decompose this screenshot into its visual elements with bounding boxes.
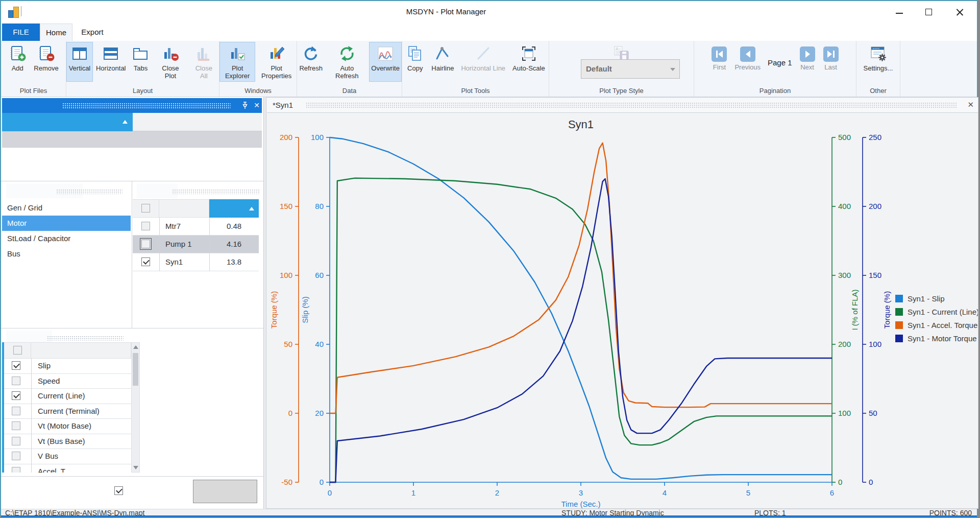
plot-type-checkbox[interactable]	[12, 391, 20, 400]
device-type-item-gen-grid[interactable]: Gen / Grid	[2, 200, 131, 216]
nav-prev-icon	[740, 46, 755, 62]
plot-explorer-header[interactable]: ✕	[2, 98, 262, 113]
select-all-checkbox[interactable]	[13, 346, 22, 355]
window-title: MSDYN - Plot Manager	[406, 7, 486, 16]
devices-header-kv[interactable]	[209, 199, 259, 218]
plot-type-checkbox[interactable]	[12, 421, 20, 430]
plot-type-checkbox[interactable]	[12, 361, 20, 370]
ribbon-group-plot-files: AddRemovePlot Files	[1, 41, 66, 97]
scroll-down-icon[interactable]	[133, 466, 138, 469]
close-plot-icon	[161, 44, 180, 63]
drag-strip[interactable]	[62, 103, 231, 109]
tick-label: 100	[280, 271, 292, 279]
chart-canvas[interactable]: Syn1200150100500-50Torque (%)10080604020…	[266, 113, 978, 508]
minimize-button[interactable]	[892, 6, 906, 18]
vertical-button[interactable]: Vertical	[66, 42, 93, 82]
plot-type-checkbox[interactable]	[12, 467, 20, 473]
plot-type-header-description[interactable]	[31, 342, 131, 359]
device-kv: 13.8	[209, 257, 259, 266]
plot-tab-label[interactable]: *Syn1	[273, 101, 293, 109]
scroll-up-icon[interactable]	[133, 345, 138, 349]
plot-type-scrollbar[interactable]	[131, 342, 140, 473]
pin-button[interactable]	[241, 101, 249, 110]
remove-button[interactable]: Remove	[31, 42, 61, 82]
horizontal-icon	[102, 44, 120, 63]
button-label: Previous	[734, 63, 761, 71]
settings-button[interactable]: Settings...	[861, 42, 896, 82]
button-label: Auto-Scale	[512, 64, 545, 72]
plot-type-row-v-bus[interactable]: V Bus	[4, 449, 131, 464]
plot-explorer-button[interactable]: Plot Explorer	[219, 42, 255, 82]
plot-button[interactable]	[193, 480, 257, 503]
plot-type-row-current-terminal[interactable]: Current (Terminal)	[4, 404, 131, 419]
device-type-item-motor[interactable]: Motor	[2, 216, 131, 231]
auto-scale-button[interactable]: Auto-Scale	[509, 42, 548, 82]
device-checkbox[interactable]	[141, 240, 150, 248]
add-button[interactable]: Add	[5, 42, 30, 82]
tab-export[interactable]: Export	[72, 23, 112, 41]
button-label: Plot Explorer	[223, 64, 252, 80]
plot-type-checkbox[interactable]	[12, 452, 20, 460]
tab-home[interactable]: Home	[40, 23, 72, 41]
device-row-mtr7[interactable]: Mtr7 0.48	[133, 218, 259, 236]
device-id: Pump 1	[165, 240, 192, 248]
menu-tab-row: FILE Home Export	[1, 23, 977, 41]
refresh-button[interactable]: Refresh	[297, 42, 325, 82]
next-button[interactable]: Next	[796, 42, 819, 82]
plot-type-label: Speed	[38, 376, 60, 385]
tabs-button[interactable]: Tabs	[129, 42, 153, 82]
maximize-button[interactable]	[922, 6, 936, 18]
tick-label: 0	[838, 478, 842, 486]
copy-button[interactable]: Copy	[403, 42, 427, 82]
device-row-pump-1[interactable]: Pump 1 4.16	[133, 236, 259, 253]
devices-header-checkbox-cell[interactable]	[133, 199, 159, 218]
column-header-created[interactable]	[133, 113, 262, 131]
plot-type-checkbox[interactable]	[12, 376, 20, 385]
overwrite-button[interactable]: Overwrite	[369, 42, 402, 82]
plot-type-row-accel-t[interactable]: Accel. T	[4, 464, 131, 473]
device-type-item-stload-capacitor[interactable]: StLoad / Capacitor	[2, 231, 131, 246]
horizontal-button[interactable]: Horizontal	[94, 42, 128, 82]
ribbon-group-plot-tools: CopyHairlineHorizontal LineAuto-ScalePlo…	[402, 41, 549, 97]
panel-close-icon[interactable]: ✕	[253, 101, 260, 109]
devices-header-id[interactable]	[159, 199, 209, 218]
plot-type-row-vt-bus-base[interactable]: Vt (Bus Base)	[4, 434, 131, 450]
scroll-thumb[interactable]	[133, 353, 138, 386]
app-icon	[8, 5, 23, 18]
left-panel-footer	[1, 477, 263, 509]
plot-tab-drag-strip[interactable]	[306, 102, 957, 108]
select-all-checkbox[interactable]	[141, 204, 150, 213]
x-tick-label: 1	[411, 488, 415, 497]
close-all-button: Close All	[189, 42, 219, 82]
device-checkbox[interactable]	[141, 257, 150, 266]
combine-plot-checkbox[interactable]	[114, 486, 123, 495]
plot-type-row-current-line[interactable]: Current (Line)	[4, 389, 131, 404]
column-header-name[interactable]	[2, 113, 133, 131]
close-button[interactable]	[952, 6, 967, 18]
plot-type-row-slip[interactable]: Slip	[4, 359, 131, 374]
plot-file-row[interactable]	[2, 131, 262, 148]
previous-button[interactable]: Previous	[731, 42, 764, 82]
tick-label: -50	[281, 478, 292, 486]
plot-type-row-vt-motor-base[interactable]: Vt (Motor Base)	[4, 419, 131, 434]
plot-type-checkbox[interactable]	[12, 407, 20, 415]
device-row-syn1[interactable]: Syn1 13.8	[133, 253, 259, 271]
device-checkbox[interactable]	[141, 222, 150, 230]
auto-refresh-button[interactable]: Auto Refresh	[326, 42, 368, 82]
plot-type-checkbox[interactable]	[12, 437, 20, 445]
hairline-button[interactable]: Hairline	[428, 42, 457, 82]
plot-type-header-checkbox-cell[interactable]	[4, 342, 31, 359]
device-type-item-bus[interactable]: Bus	[2, 246, 131, 262]
series-syn1-accel-torque	[330, 143, 832, 413]
combine-plot-control[interactable]	[114, 486, 128, 495]
plot-type-row-speed[interactable]: Speed	[4, 374, 131, 389]
tab-file[interactable]: FILE	[2, 23, 40, 41]
plot-tab-close-icon[interactable]: ✕	[967, 100, 974, 109]
button-label: Next	[800, 63, 814, 71]
close-plot-button[interactable]: Close Plot	[153, 42, 187, 82]
last-button[interactable]: Last	[820, 42, 842, 82]
plot-properties-button[interactable]: Plot Properties	[256, 42, 297, 82]
divider	[1, 476, 263, 477]
plot-type-grid: Slip Speed Current (Line) Current (Termi…	[2, 342, 131, 473]
first-button[interactable]: First	[708, 42, 730, 82]
